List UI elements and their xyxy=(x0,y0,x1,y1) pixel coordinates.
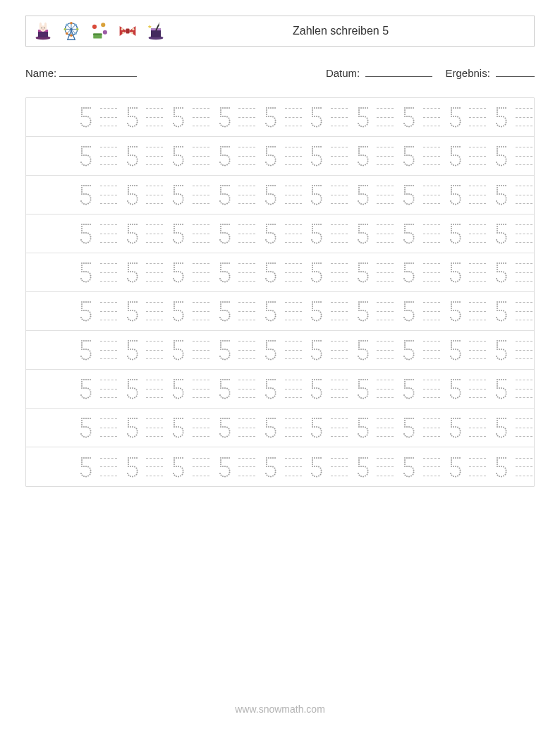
tracing-blank-slot[interactable] xyxy=(237,454,257,481)
tracing-digit-5[interactable] xyxy=(75,143,96,169)
tracing-blank-slot[interactable] xyxy=(329,298,350,325)
tracing-blank-slot[interactable] xyxy=(191,259,212,286)
tracing-digit-5[interactable] xyxy=(306,259,327,286)
tracing-blank-slot[interactable] xyxy=(329,375,350,402)
tracing-blank-slot[interactable] xyxy=(513,337,534,363)
tracing-digit-5[interactable] xyxy=(491,181,511,208)
tracing-digit-5[interactable] xyxy=(306,375,327,402)
tracing-digit-5[interactable] xyxy=(214,337,234,363)
tracing-blank-slot[interactable] xyxy=(145,104,165,131)
tracing-blank-slot[interactable] xyxy=(145,454,165,481)
tracing-blank-slot[interactable] xyxy=(468,298,488,325)
tracing-blank-slot[interactable] xyxy=(468,143,488,169)
tracing-blank-slot[interactable] xyxy=(237,104,257,131)
tracing-digit-5[interactable] xyxy=(444,454,465,481)
tracing-blank-slot[interactable] xyxy=(329,143,350,169)
tracing-digit-5[interactable] xyxy=(168,298,188,325)
tracing-blank-slot[interactable] xyxy=(99,337,119,363)
tracing-digit-5[interactable] xyxy=(352,181,372,208)
tracing-blank-slot[interactable] xyxy=(375,375,396,402)
tracing-blank-slot[interactable] xyxy=(468,104,488,131)
tracing-blank-slot[interactable] xyxy=(99,181,119,208)
tracing-blank-slot[interactable] xyxy=(191,414,212,441)
tracing-digit-5[interactable] xyxy=(121,298,142,325)
tracing-blank-slot[interactable] xyxy=(191,337,212,363)
tracing-digit-5[interactable] xyxy=(352,259,372,286)
tracing-digit-5[interactable] xyxy=(121,220,142,247)
tracing-blank-slot[interactable] xyxy=(283,375,303,402)
tracing-blank-slot[interactable] xyxy=(422,143,442,169)
tracing-blank-slot[interactable] xyxy=(191,104,212,131)
tracing-digit-5[interactable] xyxy=(352,220,372,247)
date-blank[interactable] xyxy=(365,66,432,77)
tracing-digit-5[interactable] xyxy=(444,337,465,363)
tracing-digit-5[interactable] xyxy=(260,414,281,441)
tracing-digit-5[interactable] xyxy=(398,337,419,363)
tracing-digit-5[interactable] xyxy=(398,143,419,169)
tracing-digit-5[interactable] xyxy=(121,454,142,481)
tracing-blank-slot[interactable] xyxy=(375,181,396,208)
tracing-blank-slot[interactable] xyxy=(513,454,534,481)
tracing-digit-5[interactable] xyxy=(75,337,96,363)
tracing-blank-slot[interactable] xyxy=(145,298,165,325)
tracing-digit-5[interactable] xyxy=(306,143,327,169)
tracing-blank-slot[interactable] xyxy=(513,375,534,402)
tracing-digit-5[interactable] xyxy=(306,337,327,363)
tracing-digit-5[interactable] xyxy=(168,220,188,247)
tracing-blank-slot[interactable] xyxy=(283,259,303,286)
tracing-blank-slot[interactable] xyxy=(145,143,165,169)
tracing-blank-slot[interactable] xyxy=(99,220,119,247)
tracing-blank-slot[interactable] xyxy=(99,143,119,169)
tracing-blank-slot[interactable] xyxy=(375,259,396,286)
tracing-blank-slot[interactable] xyxy=(422,375,442,402)
tracing-digit-5[interactable] xyxy=(214,143,234,169)
tracing-digit-5[interactable] xyxy=(75,104,96,131)
tracing-digit-5[interactable] xyxy=(491,104,511,131)
tracing-blank-slot[interactable] xyxy=(99,414,119,441)
tracing-digit-5[interactable] xyxy=(444,259,465,286)
tracing-blank-slot[interactable] xyxy=(422,104,442,131)
tracing-digit-5[interactable] xyxy=(75,298,96,325)
tracing-digit-5[interactable] xyxy=(491,414,511,441)
tracing-blank-slot[interactable] xyxy=(329,104,350,131)
tracing-digit-5[interactable] xyxy=(444,143,465,169)
tracing-blank-slot[interactable] xyxy=(283,454,303,481)
tracing-digit-5[interactable] xyxy=(214,454,234,481)
tracing-blank-slot[interactable] xyxy=(99,298,119,325)
tracing-digit-5[interactable] xyxy=(260,454,281,481)
tracing-blank-slot[interactable] xyxy=(283,143,303,169)
tracing-blank-slot[interactable] xyxy=(422,220,442,247)
tracing-digit-5[interactable] xyxy=(491,375,511,402)
tracing-digit-5[interactable] xyxy=(352,104,372,131)
tracing-digit-5[interactable] xyxy=(352,143,372,169)
tracing-digit-5[interactable] xyxy=(75,375,96,402)
tracing-blank-slot[interactable] xyxy=(237,298,257,325)
tracing-digit-5[interactable] xyxy=(306,298,327,325)
tracing-blank-slot[interactable] xyxy=(283,181,303,208)
tracing-blank-slot[interactable] xyxy=(237,220,257,247)
tracing-blank-slot[interactable] xyxy=(237,337,257,363)
tracing-digit-5[interactable] xyxy=(306,414,327,441)
tracing-blank-slot[interactable] xyxy=(283,298,303,325)
tracing-blank-slot[interactable] xyxy=(99,454,119,481)
tracing-blank-slot[interactable] xyxy=(329,337,350,363)
tracing-blank-slot[interactable] xyxy=(329,259,350,286)
tracing-digit-5[interactable] xyxy=(352,454,372,481)
tracing-blank-slot[interactable] xyxy=(422,298,442,325)
tracing-blank-slot[interactable] xyxy=(422,337,442,363)
tracing-digit-5[interactable] xyxy=(352,414,372,441)
tracing-digit-5[interactable] xyxy=(444,220,465,247)
tracing-digit-5[interactable] xyxy=(168,104,188,131)
tracing-blank-slot[interactable] xyxy=(145,181,165,208)
tracing-digit-5[interactable] xyxy=(398,454,419,481)
tracing-digit-5[interactable] xyxy=(260,337,281,363)
tracing-digit-5[interactable] xyxy=(214,375,234,402)
tracing-blank-slot[interactable] xyxy=(99,104,119,131)
tracing-digit-5[interactable] xyxy=(491,337,511,363)
tracing-digit-5[interactable] xyxy=(214,414,234,441)
tracing-blank-slot[interactable] xyxy=(191,143,212,169)
tracing-digit-5[interactable] xyxy=(168,414,188,441)
tracing-digit-5[interactable] xyxy=(260,143,281,169)
tracing-digit-5[interactable] xyxy=(260,104,281,131)
tracing-blank-slot[interactable] xyxy=(422,181,442,208)
